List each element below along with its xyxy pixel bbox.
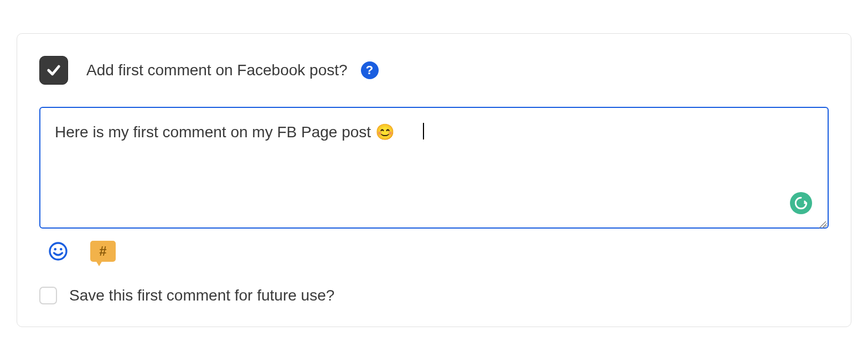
- add-first-comment-row: Add first comment on Facebook post? ?: [39, 56, 829, 85]
- first-comment-textarea[interactable]: [39, 107, 829, 229]
- hashtag-icon: #: [99, 244, 106, 259]
- svg-point-4: [60, 248, 63, 251]
- smiley-icon: [48, 241, 68, 261]
- help-icon[interactable]: ?: [361, 61, 379, 79]
- textarea-toolbar: #: [39, 241, 829, 262]
- emoji-picker-button[interactable]: [48, 241, 68, 261]
- save-comment-checkbox[interactable]: [39, 287, 57, 304]
- save-comment-label: Save this first comment for future use?: [69, 287, 334, 304]
- save-comment-row: Save this first comment for future use?: [39, 287, 829, 304]
- text-cursor: [423, 123, 424, 139]
- check-icon: [46, 63, 61, 78]
- comment-textarea-wrap: [39, 107, 829, 231]
- grammarly-icon[interactable]: [790, 192, 812, 214]
- svg-point-3: [54, 248, 57, 251]
- svg-point-2: [50, 243, 66, 260]
- hashtag-button[interactable]: #: [90, 241, 116, 262]
- first-comment-card: Add first comment on Facebook post? ?: [17, 33, 851, 327]
- add-first-comment-checkbox[interactable]: [39, 56, 68, 85]
- add-first-comment-label: Add first comment on Facebook post?: [86, 61, 348, 79]
